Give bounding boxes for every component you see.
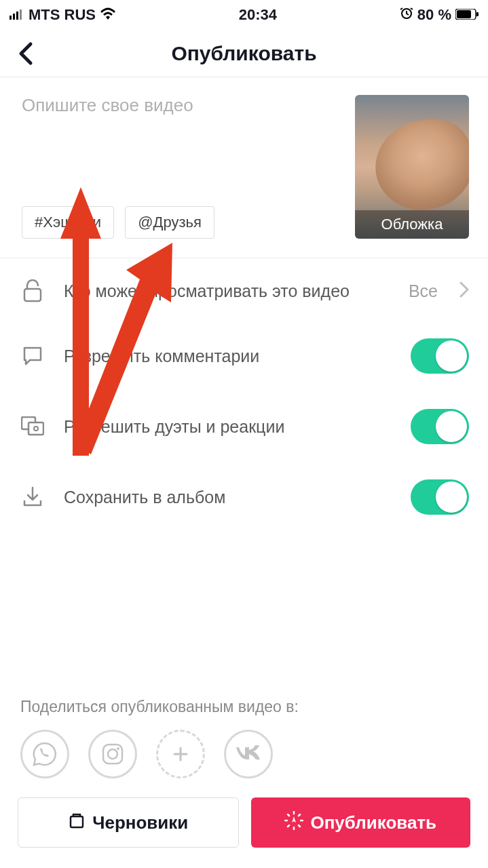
wifi-icon	[100, 6, 116, 24]
alarm-icon	[400, 6, 413, 24]
comment-icon	[20, 344, 45, 368]
svg-rect-6	[457, 10, 471, 18]
chevron-right-icon	[459, 281, 469, 300]
status-time: 20:34	[239, 6, 277, 24]
share-label: Поделиться опубликованным видео в:	[20, 698, 468, 716]
share-instagram[interactable]	[88, 730, 137, 778]
comments-toggle[interactable]	[411, 338, 469, 374]
carrier-label: MTS RUS	[29, 6, 96, 24]
drafts-icon	[68, 812, 86, 834]
save-row: Сохранить в альбом	[0, 462, 488, 532]
svg-rect-1	[13, 14, 15, 20]
cover-thumbnail[interactable]: Обложка	[355, 95, 469, 239]
svg-rect-8	[24, 289, 41, 301]
svg-rect-10	[29, 422, 43, 435]
whatsapp-icon	[32, 741, 58, 767]
duets-label: Разрешить дуэты и реакции	[64, 417, 392, 437]
page-title: Опубликовать	[0, 42, 488, 65]
share-section: Поделиться опубликованным видео в:	[0, 698, 488, 778]
save-toggle[interactable]	[411, 479, 469, 515]
lock-icon	[20, 279, 45, 303]
publish-button[interactable]: Опубликовать	[251, 797, 471, 848]
svg-rect-3	[20, 9, 22, 20]
drafts-label: Черновики	[92, 812, 188, 833]
duet-icon	[20, 414, 45, 439]
status-bar: MTS RUS 20:34 80 %	[0, 0, 488, 30]
share-vk[interactable]	[224, 730, 273, 778]
svg-rect-0	[10, 16, 12, 20]
duets-row: Разрешить дуэты и реакции	[0, 391, 488, 462]
svg-point-14	[117, 747, 119, 750]
plus-icon	[170, 744, 191, 764]
settings-list: Кто может просматривать это видео Все Ра…	[0, 258, 488, 535]
friends-chip[interactable]: @Друзья	[125, 206, 214, 239]
svg-rect-12	[103, 745, 122, 764]
svg-rect-15	[71, 816, 83, 827]
publish-icon	[284, 811, 303, 835]
battery-percent: 80 %	[417, 6, 451, 24]
hashtag-chip[interactable]: #Хэштеги	[22, 206, 114, 239]
caption-area: Опишите свое видео #Хэштеги @Друзья Обло…	[0, 77, 488, 258]
comments-row: Разрешить комментарии	[0, 321, 488, 391]
nav-header: Опубликовать	[0, 30, 488, 77]
battery-icon	[455, 6, 478, 24]
svg-rect-2	[16, 12, 18, 20]
status-right: 80 %	[400, 6, 478, 24]
vk-icon	[234, 745, 263, 763]
privacy-row[interactable]: Кто может просматривать это видео Все	[0, 261, 488, 321]
status-left: MTS RUS	[10, 6, 116, 24]
chevron-left-icon	[18, 41, 33, 66]
share-whatsapp[interactable]	[20, 730, 69, 778]
caption-input[interactable]: Опишите свое видео	[22, 95, 341, 116]
svg-point-13	[108, 749, 117, 759]
signal-icon	[10, 6, 24, 24]
comments-label: Разрешить комментарии	[64, 347, 392, 366]
save-label: Сохранить в альбом	[64, 488, 392, 507]
privacy-label: Кто может просматривать это видео	[64, 281, 390, 301]
friends-chip-label: @Друзья	[138, 214, 202, 231]
download-icon	[20, 485, 45, 509]
duets-toggle[interactable]	[411, 409, 469, 444]
instagram-icon	[100, 741, 126, 767]
cover-label: Обложка	[355, 210, 469, 239]
bottom-bar: Черновики Опубликовать	[0, 784, 488, 868]
back-button[interactable]	[12, 40, 39, 67]
publish-label: Опубликовать	[310, 812, 436, 833]
svg-rect-7	[476, 12, 478, 16]
privacy-value: Все	[409, 281, 438, 301]
drafts-button[interactable]: Черновики	[18, 797, 239, 848]
share-add-story[interactable]	[156, 730, 205, 778]
hashtag-chip-label: #Хэштеги	[35, 214, 101, 231]
